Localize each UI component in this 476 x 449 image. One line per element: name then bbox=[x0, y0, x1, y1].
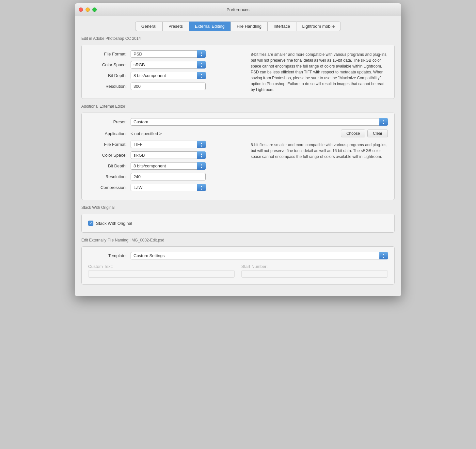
photoshop-color-space-label: Color Space: bbox=[88, 62, 131, 67]
tab-external-editing[interactable]: External Editing bbox=[189, 22, 230, 31]
file-naming-section-label: Edit Externally File Naming: IMG_0002-Ed… bbox=[81, 238, 395, 242]
file-naming-template-select-wrapper: Custom Settings bbox=[131, 252, 388, 259]
maximize-button[interactable] bbox=[92, 8, 97, 12]
additional-compression-select-wrapper: LZW None ZIP bbox=[131, 184, 206, 191]
clear-button[interactable]: Clear bbox=[367, 130, 388, 137]
photoshop-section: File Format: PSD TIFF bbox=[81, 45, 395, 99]
additional-color-space-select-wrapper: sRGB AdobeRGB bbox=[131, 151, 206, 159]
additional-resolution-control bbox=[131, 173, 238, 180]
photoshop-file-format-select-wrapper: PSD TIFF bbox=[131, 50, 206, 58]
additional-bit-depth-label: Bit Depth: bbox=[88, 163, 131, 168]
content-area: General Presets External Editing File Ha… bbox=[75, 16, 401, 296]
photoshop-resolution-label: Resolution: bbox=[88, 84, 131, 89]
photoshop-resolution-row: Resolution: bbox=[88, 83, 238, 90]
photoshop-description: 8-bit files are smaller and more compati… bbox=[244, 50, 388, 93]
additional-bit-depth-control: 8 bits/component 16 bits/component bbox=[131, 162, 238, 170]
choose-button[interactable]: Choose bbox=[341, 130, 365, 137]
photoshop-file-format-control: PSD TIFF bbox=[131, 50, 238, 58]
tab-bar: General Presets External Editing File Ha… bbox=[81, 22, 395, 31]
tab-general[interactable]: General bbox=[135, 22, 162, 31]
tab-interface[interactable]: Interface bbox=[267, 22, 296, 31]
photoshop-bit-depth-label: Bit Depth: bbox=[88, 73, 131, 78]
stack-section-label: Stack With Original bbox=[81, 205, 395, 210]
photoshop-description-text: 8-bit files are smaller and more compati… bbox=[244, 52, 388, 93]
additional-file-format-row: File Format: TIFF PSD bbox=[88, 141, 238, 148]
additional-description: 8-bit files are smaller and more compati… bbox=[244, 141, 388, 194]
additional-preset-row: Preset: Custom bbox=[88, 118, 388, 126]
additional-preset-select-wrapper: Custom bbox=[131, 118, 388, 126]
additional-editor-section: Preset: Custom Application: < not specif… bbox=[81, 113, 395, 200]
additional-application-label: Application: bbox=[88, 131, 131, 136]
additional-resolution-input[interactable] bbox=[131, 173, 206, 180]
close-button[interactable] bbox=[79, 8, 83, 12]
additional-application-value: < not specified > bbox=[131, 131, 341, 136]
additional-editor-section-label: Additional External Editor bbox=[81, 104, 395, 109]
additional-application-control: < not specified > Choose Clear bbox=[131, 130, 388, 137]
file-naming-custom-row: Custom Text: Start Number: bbox=[88, 263, 388, 279]
window-controls bbox=[79, 8, 97, 12]
stack-checkbox[interactable]: ✓ bbox=[88, 221, 93, 226]
minimize-button[interactable] bbox=[86, 8, 90, 12]
photoshop-color-space-row: Color Space: sRGB AdobeRGB ProPhoto RGB bbox=[88, 61, 238, 69]
additional-color-space-select[interactable]: sRGB AdobeRGB bbox=[131, 151, 206, 159]
file-naming-template-select[interactable]: Custom Settings bbox=[131, 252, 388, 259]
preferences-window: Preferences General Presets External Edi… bbox=[75, 3, 401, 296]
additional-resolution-label: Resolution: bbox=[88, 174, 131, 179]
photoshop-color-space-control: sRGB AdobeRGB ProPhoto RGB bbox=[131, 61, 238, 69]
photoshop-bit-depth-row: Bit Depth: 8 bits/component 16 bits/comp… bbox=[88, 72, 238, 79]
file-naming-template-label: Template: bbox=[88, 253, 131, 258]
file-naming-custom-text-input[interactable] bbox=[88, 270, 235, 278]
additional-bit-depth-select-wrapper: 8 bits/component 16 bits/component bbox=[131, 162, 206, 170]
file-naming-custom-text-label: Custom Text: bbox=[88, 264, 235, 269]
photoshop-bit-depth-select[interactable]: 8 bits/component 16 bits/component bbox=[131, 72, 206, 79]
photoshop-resolution-input[interactable] bbox=[131, 83, 206, 90]
file-naming-template-row: Template: Custom Settings bbox=[88, 252, 388, 259]
additional-file-format-select[interactable]: TIFF PSD bbox=[131, 141, 206, 148]
additional-two-col: File Format: TIFF PSD bbox=[88, 141, 388, 194]
additional-bit-depth-row: Bit Depth: 8 bits/component 16 bits/comp… bbox=[88, 162, 238, 170]
additional-file-format-select-wrapper: TIFF PSD bbox=[131, 141, 206, 148]
tab-lightroom-mobile[interactable]: Lightroom mobile bbox=[296, 22, 341, 31]
tab-file-handling[interactable]: File Handling bbox=[230, 22, 267, 31]
file-naming-section: Template: Custom Settings Custom Text: S… bbox=[81, 246, 395, 285]
photoshop-bit-depth-control: 8 bits/component 16 bits/component bbox=[131, 72, 238, 79]
photoshop-file-format-select[interactable]: PSD TIFF bbox=[131, 50, 206, 58]
additional-application-row: Application: < not specified > Choose Cl… bbox=[88, 130, 388, 137]
photoshop-file-format-row: File Format: PSD TIFF bbox=[88, 50, 238, 58]
file-naming-custom-text-field: Custom Text: bbox=[88, 264, 235, 278]
photoshop-bit-depth-select-wrapper: 8 bits/component 16 bits/component bbox=[131, 72, 206, 79]
additional-compression-select[interactable]: LZW None ZIP bbox=[131, 184, 206, 191]
file-naming-start-number-label: Start Number: bbox=[241, 264, 388, 269]
window-title: Preferences bbox=[227, 7, 249, 12]
titlebar: Preferences bbox=[75, 3, 401, 16]
additional-compression-control: LZW None ZIP bbox=[131, 184, 238, 191]
additional-file-format-label: File Format: bbox=[88, 142, 131, 147]
additional-app-buttons: Choose Clear bbox=[341, 130, 388, 137]
photoshop-section-label: Edit in Adobe Photoshop CC 2014 bbox=[81, 36, 395, 41]
file-naming-start-number-field: Start Number: bbox=[241, 264, 388, 278]
additional-left-col: File Format: TIFF PSD bbox=[88, 141, 238, 194]
additional-preset-label: Preset: bbox=[88, 119, 131, 124]
photoshop-left-col: File Format: PSD TIFF bbox=[88, 50, 238, 93]
additional-file-format-control: TIFF PSD bbox=[131, 141, 238, 148]
photoshop-color-space-select-wrapper: sRGB AdobeRGB ProPhoto RGB bbox=[131, 61, 206, 69]
photoshop-two-col: File Format: PSD TIFF bbox=[88, 50, 388, 93]
photoshop-resolution-control bbox=[131, 83, 238, 90]
additional-color-space-control: sRGB AdobeRGB bbox=[131, 151, 238, 159]
photoshop-color-space-select[interactable]: sRGB AdobeRGB ProPhoto RGB bbox=[131, 61, 206, 69]
additional-compression-row: Compression: LZW None ZIP bbox=[88, 184, 238, 191]
stack-section: ✓ Stack With Original bbox=[81, 214, 395, 233]
additional-color-space-row: Color Space: sRGB AdobeRGB bbox=[88, 151, 238, 159]
stack-checkbox-row: ✓ Stack With Original bbox=[88, 219, 388, 227]
photoshop-file-format-label: File Format: bbox=[88, 52, 131, 56]
additional-description-text: 8-bit files are smaller and more compati… bbox=[244, 142, 388, 160]
stack-checkbox-label: Stack With Original bbox=[96, 221, 132, 226]
additional-bit-depth-select[interactable]: 8 bits/component 16 bits/component bbox=[131, 162, 206, 170]
file-naming-start-number-input[interactable] bbox=[241, 270, 388, 278]
additional-preset-select[interactable]: Custom bbox=[131, 118, 388, 126]
additional-resolution-row: Resolution: bbox=[88, 173, 238, 180]
additional-compression-label: Compression: bbox=[88, 185, 131, 190]
additional-color-space-label: Color Space: bbox=[88, 153, 131, 158]
tab-presets[interactable]: Presets bbox=[162, 22, 189, 31]
